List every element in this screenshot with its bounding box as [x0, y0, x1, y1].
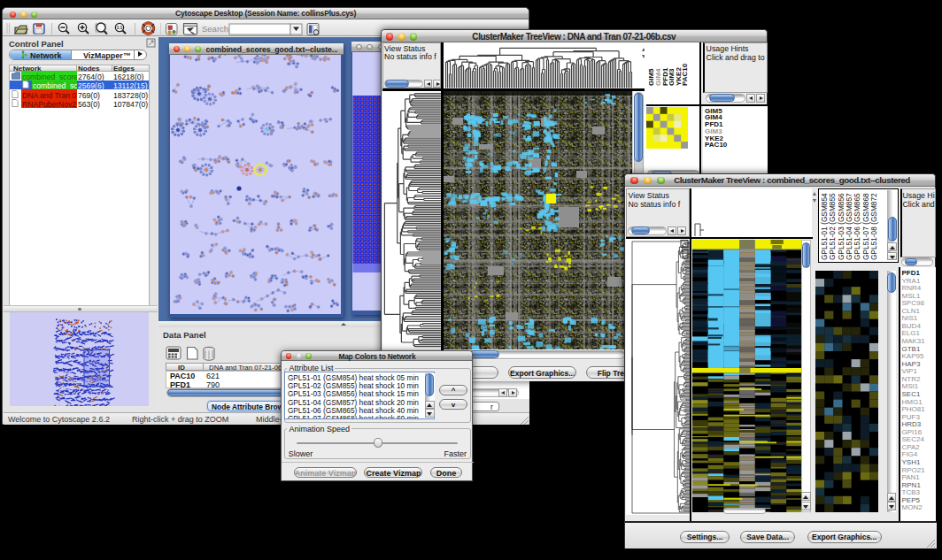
svg-text:Search:: Search: [202, 24, 231, 34]
svg-text:1:1: 1:1 [117, 26, 123, 30]
